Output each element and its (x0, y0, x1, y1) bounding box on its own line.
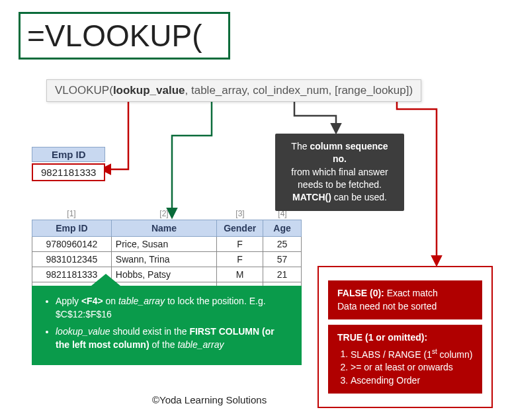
tooltip-fn: VLOOKUP (55, 84, 109, 97)
cell-gender: F (217, 237, 263, 252)
formula-tooltip: VLOOKUP(lookup_value, table_array, col_i… (46, 79, 421, 102)
cell-age: 21 (263, 267, 302, 282)
table-header-row: Emp ID Name Gender Age (32, 220, 302, 237)
tip-line-2: lookup_value should exist in the FIRST C… (56, 325, 290, 352)
tooltip-arg-range-lookup: [range_lookup] (335, 84, 409, 97)
cell-gender: F (217, 252, 263, 267)
cell-name: Price, Susan (111, 237, 216, 252)
cell-age: 57 (263, 252, 302, 267)
formula-cell: =VLOOKUP( (19, 12, 230, 60)
cell-id: 9831012345 (32, 252, 112, 267)
cell-age: 25 (263, 237, 302, 252)
range-lookup-false: FALSE (0): Exact match Data need not be … (328, 280, 482, 319)
tooltip-arg-lookup-value: lookup_value (113, 84, 185, 97)
col-idx-1: [1] (32, 209, 111, 218)
cell-name: Hobbs, Patsy (111, 267, 216, 282)
cell-id: 9780960142 (32, 237, 112, 252)
empid-header: Emp ID (32, 147, 105, 162)
th-empid: Emp ID (32, 220, 112, 237)
range-lookup-tip: FALSE (0): Exact match Data need not be … (318, 266, 493, 408)
table-array: [1] [2] [3] [4] Emp ID Name Gender Age 9… (32, 209, 302, 298)
true-rule-1: SLABS / RANGE (1st column) (351, 347, 473, 361)
table-row: 9821181333 Hobbs, Patsy M 21 (32, 267, 302, 282)
cell-name: Swann, Trina (111, 252, 216, 267)
table-array-tip: Apply <F4> on table_array to lock the po… (32, 286, 302, 365)
range-lookup-true: TRUE (1 or omitted): SLABS / RANGE (1st … (328, 325, 482, 394)
th-name: Name (111, 220, 216, 237)
th-gender: Gender (217, 220, 263, 237)
col-idx-3: [3] (217, 209, 263, 218)
tooltip-arg-table-array: table_array (191, 84, 247, 97)
true-rule-3: Ascending Order (351, 374, 473, 388)
empid-value: 9821181333 (32, 163, 105, 181)
true-rule-2: >= or at least or onwards (351, 361, 473, 374)
tip-line-1: Apply <F4> on table_array to lock the po… (56, 295, 290, 321)
lookup-value-cell: Emp ID 9821181333 (32, 147, 105, 181)
cell-gender: M (217, 267, 263, 282)
col-index-tip: The column sequence no. from which final… (275, 134, 404, 211)
table-row: 9831012345 Swann, Trina F 57 (32, 252, 302, 267)
column-index-labels: [1] [2] [3] [4] (32, 209, 302, 218)
copyright: ©Yoda Learning Solutions (152, 394, 267, 405)
table-row: 9780960142 Price, Susan F 25 (32, 237, 302, 252)
col-idx-2: [2] (111, 209, 217, 218)
tooltip-arg-col-index: col_index_num (253, 84, 328, 97)
th-age: Age (263, 220, 302, 237)
